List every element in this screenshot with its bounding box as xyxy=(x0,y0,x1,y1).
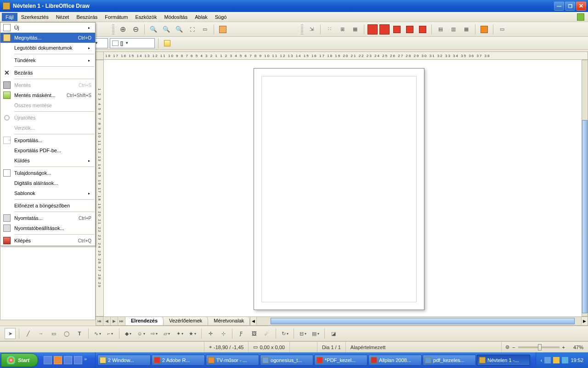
menu-help[interactable]: Súgó xyxy=(211,13,231,21)
zoom-width-button[interactable]: ▭ xyxy=(199,24,210,35)
color-3-button[interactable] xyxy=(417,24,428,35)
tab-dimension-lines[interactable]: Méretvonalak xyxy=(208,317,250,325)
zoom-100-button[interactable] xyxy=(148,24,159,35)
menu-item-versions[interactable]: Verziók... xyxy=(0,123,95,133)
menu-item-wizards[interactable]: Tündérek▸ xyxy=(0,55,95,65)
zoom-next-button[interactable] xyxy=(174,24,185,35)
helplines-button[interactable]: ▦ xyxy=(350,24,361,35)
menu-item-recent-documents[interactable]: Legutóbbi dokumentumok▸ xyxy=(0,43,95,53)
menu-file[interactable]: Fájl xyxy=(2,13,17,21)
connector-tool[interactable]: ⌐▾ xyxy=(105,328,116,339)
zoom-prev-button[interactable] xyxy=(161,24,172,35)
zoom-out-button[interactable] xyxy=(130,24,141,35)
taskbar-button[interactable]: 2 Window... xyxy=(97,355,151,366)
menu-item-save[interactable]: MentésCtrl+S xyxy=(0,80,95,90)
quick-launch-item[interactable] xyxy=(74,356,82,364)
tab-nav-next[interactable]: ▶ xyxy=(111,317,118,325)
menu-tools[interactable]: Eszközök xyxy=(131,13,160,21)
align-tool[interactable]: ⊟▾ xyxy=(297,328,308,339)
menu-item-open[interactable]: Megnyitás...Ctrl+O xyxy=(0,33,95,43)
align-center-button[interactable]: ▥ xyxy=(448,24,459,35)
page[interactable] xyxy=(254,68,424,310)
color-2-button[interactable] xyxy=(404,24,415,35)
tab-nav-last[interactable]: ⏭ xyxy=(118,317,125,325)
tray-icon[interactable] xyxy=(553,357,560,363)
curve-tool[interactable]: ∿▾ xyxy=(92,328,103,339)
tab-nav-prev[interactable]: ◀ xyxy=(103,317,111,325)
zoom-page-button[interactable]: ⛶ xyxy=(187,24,198,35)
zoom-in-icon[interactable]: + xyxy=(562,345,565,350)
menu-item-print[interactable]: Nyomtatás...Ctrl+P xyxy=(0,213,95,223)
status-slide-master[interactable]: Alapértelmezett xyxy=(346,342,502,352)
quick-launch-chevron[interactable]: » xyxy=(84,356,92,364)
menu-view[interactable]: Nézet xyxy=(52,13,73,21)
menu-item-printer-settings[interactable]: Nyomtatóbeállítások... xyxy=(0,223,95,233)
taskbar-button[interactable]: TV-műsor - ... xyxy=(206,355,259,366)
menu-item-digital-signatures[interactable]: Digitális aláírások... xyxy=(0,178,95,188)
status-zoom-value[interactable]: 47% xyxy=(569,342,588,352)
drawing-canvas[interactable] xyxy=(104,60,582,316)
vertical-scrollbar[interactable] xyxy=(582,60,588,316)
align-right-button[interactable]: ▦ xyxy=(461,24,472,35)
horizontal-ruler[interactable]: 18 17 16 15 14 13 12 11 10 9 8 7 6 5 4 3… xyxy=(96,52,588,60)
shadow-button[interactable] xyxy=(162,38,173,49)
stars-tool[interactable]: ★▾ xyxy=(187,328,198,339)
horizontal-scroll-thumb[interactable] xyxy=(271,318,575,324)
menu-format[interactable]: Formátum xyxy=(101,13,131,21)
symbol-shapes-tool[interactable]: ☺▾ xyxy=(136,328,147,339)
zoom-slider[interactable] xyxy=(518,346,560,348)
menu-insert[interactable]: Beszúrás xyxy=(73,13,101,21)
zoom-in-button[interactable] xyxy=(117,24,128,35)
menu-item-close[interactable]: ✕Bezárás xyxy=(0,68,95,78)
snap-grid-button[interactable]: ⊞ xyxy=(337,24,348,35)
align-left-button[interactable]: ▤ xyxy=(435,24,446,35)
arrow-tool[interactable]: → xyxy=(35,328,46,339)
window-minimize-button[interactable] xyxy=(554,1,564,11)
basic-shapes-tool[interactable]: ◆▾ xyxy=(123,328,134,339)
hscroll-right[interactable]: ▶ xyxy=(581,317,588,325)
zoom-out-icon[interactable]: − xyxy=(512,345,515,350)
horizontal-scrollbar[interactable]: ◀ ▶ xyxy=(250,317,588,325)
callouts-tool[interactable]: ✦▾ xyxy=(174,328,185,339)
gallery-tool[interactable]: ☄ xyxy=(261,328,272,339)
flowchart-tool[interactable]: ▱▾ xyxy=(161,328,172,339)
quick-launch-item[interactable] xyxy=(54,356,62,364)
from-file-tool[interactable]: 🖼 xyxy=(249,328,260,339)
update-indicator-icon[interactable] xyxy=(577,13,584,21)
color-1-button[interactable] xyxy=(391,24,402,35)
tab-nav-first[interactable]: ⏮ xyxy=(96,317,103,325)
menu-item-export[interactable]: Exportálás... xyxy=(0,135,95,145)
taskbar-button[interactable]: ogonesius_t... xyxy=(260,355,313,366)
exit-group-button[interactable] xyxy=(368,24,378,34)
menu-window[interactable]: Ablak xyxy=(191,13,211,21)
tray-clock[interactable]: 19:52 xyxy=(571,357,583,363)
system-tray[interactable]: ‹ 19:52 xyxy=(536,352,588,368)
menu-item-save-all[interactable]: Összes mentése xyxy=(0,100,95,110)
window-close-button[interactable] xyxy=(576,1,586,11)
gluepoints-edit-tool[interactable]: ⊹ xyxy=(218,328,229,339)
line-tool[interactable]: ╱ xyxy=(23,328,34,339)
tab-layout[interactable]: Elrendezés xyxy=(125,317,164,325)
status-page[interactable]: Dia 1 / 1 xyxy=(317,342,346,352)
start-button[interactable]: Start xyxy=(1,353,38,367)
tray-icon[interactable] xyxy=(562,357,568,363)
rectangle-tool[interactable]: ▭ xyxy=(48,328,59,339)
block-arrows-tool[interactable]: ⇨▾ xyxy=(148,328,159,339)
menu-item-properties[interactable]: Tulajdonságok... xyxy=(0,168,95,178)
menu-modify[interactable]: Módosítás xyxy=(160,13,191,21)
taskbar-button[interactable]: 2 Adobe R... xyxy=(152,355,205,366)
fontwork-tool[interactable]: Ƒ xyxy=(236,328,247,339)
menu-item-browser-preview[interactable]: Előnézet a böngészőben xyxy=(0,201,95,211)
menu-edit[interactable]: Szerkesztés xyxy=(17,13,52,21)
gluepoints-button[interactable]: ⇲ xyxy=(306,24,317,35)
zoom-fit-icon[interactable]: ⊜ xyxy=(505,344,509,350)
menu-item-send[interactable]: Küldés▸ xyxy=(0,155,95,166)
vertical-ruler[interactable]: 1 2 3 4 5 6 7 8 9 10 11 12 13 14 15 16 1… xyxy=(96,60,104,316)
hscroll-left[interactable]: ◀ xyxy=(250,317,257,325)
menu-item-exit[interactable]: KilépésCtrl+Q xyxy=(0,236,95,246)
points-edit-tool[interactable]: ✛ xyxy=(205,328,216,339)
menu-item-export-pdf[interactable]: Exportálás PDF-be... xyxy=(0,145,95,155)
text-tool[interactable]: T xyxy=(74,328,85,339)
fill-color-dropdown[interactable]: [] ▼ xyxy=(110,38,155,48)
taskbar-button-active[interactable]: Névtelen 1 -... xyxy=(477,355,530,366)
